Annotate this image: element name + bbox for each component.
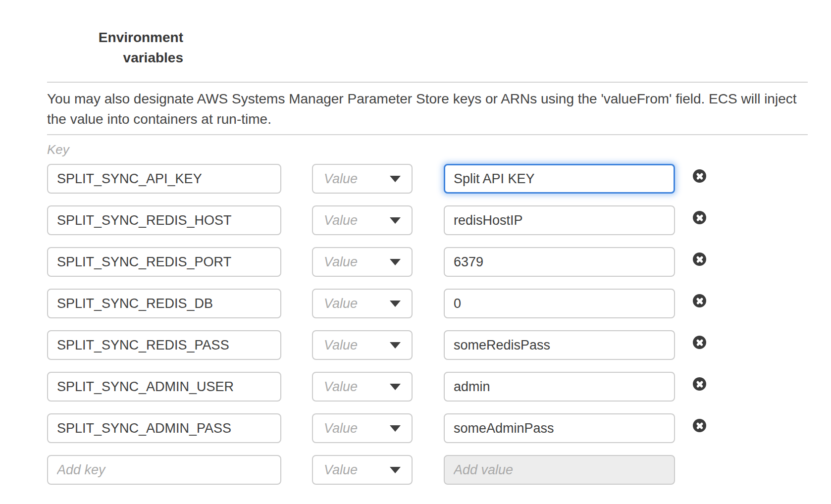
value-type-select[interactable]: Value [312, 247, 413, 277]
env-value-input[interactable] [444, 289, 675, 318]
delete-row-button[interactable] [693, 252, 706, 266]
env-var-row: Value [47, 205, 808, 235]
env-var-rows: Value Value Value [47, 164, 808, 485]
env-value-input[interactable] [444, 330, 675, 360]
description-line: You may also designate AWS Systems Manag… [47, 89, 808, 109]
value-type-label: Value [324, 254, 358, 270]
env-value-input[interactable] [444, 413, 675, 443]
env-var-row: Value [47, 289, 808, 318]
env-value-input[interactable] [444, 372, 675, 402]
chevron-down-icon [390, 384, 401, 390]
value-type-select[interactable]: Value [312, 164, 413, 194]
env-key-input[interactable] [47, 205, 281, 235]
env-value-input[interactable] [444, 164, 675, 194]
value-type-select[interactable]: Value [312, 455, 413, 485]
env-key-input[interactable] [47, 289, 281, 318]
chevron-down-icon [390, 425, 401, 432]
add-env-var-row: Value [47, 455, 808, 485]
value-type-label: Value [324, 462, 358, 478]
value-type-select[interactable]: Value [312, 330, 413, 360]
value-type-label: Value [324, 338, 358, 353]
env-key-input[interactable] [47, 413, 281, 443]
chevron-down-icon [390, 259, 401, 265]
chevron-down-icon [390, 176, 401, 182]
env-key-input[interactable] [47, 372, 281, 402]
value-type-select[interactable]: Value [312, 372, 413, 402]
delete-row-button[interactable] [693, 336, 706, 349]
add-value-input[interactable] [444, 455, 675, 485]
env-value-input[interactable] [444, 205, 675, 235]
delete-row-button[interactable] [693, 169, 706, 183]
value-type-label: Value [324, 421, 358, 436]
close-icon [693, 169, 706, 183]
close-icon [693, 294, 706, 307]
description: You may also designate AWS Systems Manag… [47, 82, 808, 135]
chevron-down-icon [390, 301, 401, 307]
env-var-row: Value [47, 330, 808, 360]
value-type-label: Value [324, 213, 358, 228]
close-icon [693, 419, 706, 432]
env-var-row: Value [47, 164, 808, 194]
section-title: Environment variables [48, 27, 183, 68]
environment-variables-form: You may also designate AWS Systems Manag… [47, 82, 808, 497]
env-var-row: Value [47, 247, 808, 277]
env-key-input[interactable] [47, 247, 281, 277]
delete-row-button[interactable] [693, 211, 706, 224]
value-type-select[interactable]: Value [312, 205, 413, 235]
close-icon [693, 336, 706, 349]
delete-row-button[interactable] [693, 377, 706, 391]
value-type-select[interactable]: Value [312, 413, 413, 443]
value-type-label: Value [324, 296, 358, 311]
env-key-input[interactable] [47, 330, 281, 360]
delete-row-button[interactable] [693, 419, 706, 432]
env-var-row: Value [47, 413, 808, 443]
environment-variables-section: Environment variables You may also desig… [0, 0, 831, 504]
value-type-label: Value [324, 379, 358, 395]
chevron-down-icon [390, 217, 401, 224]
close-icon [693, 377, 706, 391]
add-key-input[interactable] [47, 455, 281, 485]
close-icon [693, 211, 706, 224]
value-type-select[interactable]: Value [312, 289, 413, 318]
delete-row-button[interactable] [693, 294, 706, 307]
chevron-down-icon [390, 342, 401, 349]
description-line: the value into containers at run-time. [47, 109, 808, 129]
chevron-down-icon [390, 467, 401, 473]
env-value-input[interactable] [444, 247, 675, 277]
value-type-label: Value [324, 171, 358, 187]
env-key-input[interactable] [47, 164, 281, 194]
env-var-row: Value [47, 372, 808, 402]
close-icon [693, 252, 706, 266]
key-column-header: Key [47, 142, 808, 158]
